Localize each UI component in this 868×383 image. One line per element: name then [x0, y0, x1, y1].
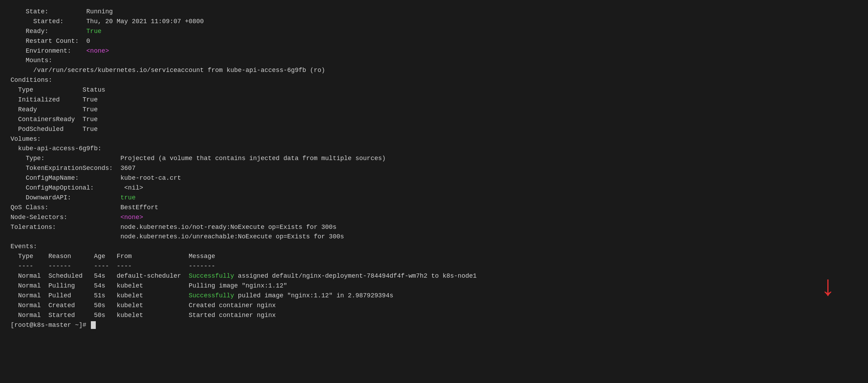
cursor — [91, 321, 96, 329]
terminal-line: Normal Pulling 54s kubelet Pulling image… — [11, 281, 857, 291]
terminal-line: State: Running — [11, 7, 857, 17]
terminal-line: Events: — [11, 242, 857, 252]
down-arrow-icon: ↓ — [820, 274, 836, 302]
terminal-line: Initialized True — [11, 95, 857, 105]
terminal-line: Restart Count: 0 — [11, 37, 857, 46]
terminal-line: Ready: True — [11, 27, 857, 37]
terminal-line: Ready True — [11, 105, 857, 115]
terminal-line: Environment: <none> — [11, 46, 857, 56]
terminal-line: Type Reason Age From Message — [11, 252, 857, 262]
terminal-line: ConfigMapName: kube-root-ca.crt — [11, 173, 857, 183]
terminal-line: ConfigMapOptional: <nil> — [11, 183, 857, 193]
prompt-line: [root@k8s-master ~]# — [11, 321, 857, 330]
terminal-line: Mounts: — [11, 56, 857, 66]
terminal-line: PodScheduled True — [11, 125, 857, 134]
terminal-line: Normal Started 50s kubelet Started conta… — [11, 311, 857, 321]
terminal-line: TokenExpirationSeconds: 3607 — [11, 164, 857, 173]
terminal-line: Volumes: — [11, 134, 857, 144]
terminal-line: Type: Projected (a volume that contains … — [11, 154, 857, 164]
terminal-line: ContainersReady True — [11, 115, 857, 125]
terminal: State: Running Started: Thu, 20 May 2021… — [11, 7, 857, 330]
terminal-line: Tolerations: node.kubernetes.io/not-read… — [11, 223, 857, 232]
terminal-line: Normal Scheduled 54s default-scheduler S… — [11, 271, 857, 281]
terminal-line: ---- ------ ---- ---- ------- — [11, 262, 857, 271]
terminal-line: node.kubernetes.io/unreachable:NoExecute… — [11, 232, 857, 242]
terminal-line: QoS Class: BestEffort — [11, 203, 857, 213]
terminal-line: Conditions: — [11, 75, 857, 85]
terminal-line: kube-api-access-6g9fb: — [11, 144, 857, 154]
prompt: [root@k8s-master ~]# — [11, 321, 90, 330]
terminal-line: Normal Created 50s kubelet Created conta… — [11, 301, 857, 311]
terminal-line: Started: Thu, 20 May 2021 11:09:07 +0800 — [11, 17, 857, 27]
terminal-line: DownwardAPI: true — [11, 193, 857, 203]
terminal-line: Node-Selectors: <none> — [11, 213, 857, 223]
terminal-line: /var/run/secrets/kubernetes.io/serviceac… — [11, 66, 857, 75]
terminal-line: Normal Pulled 51s kubelet Successfully p… — [11, 291, 857, 301]
arrow-container: ↓ — [820, 274, 836, 302]
terminal-line: Type Status — [11, 85, 857, 95]
